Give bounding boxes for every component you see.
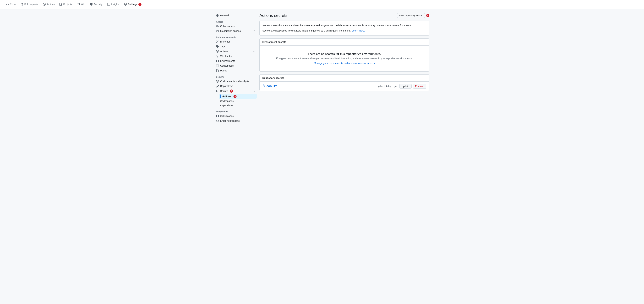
main-container: General Access Collaborators Moderation … [212, 9, 432, 127]
sidebar-codespaces-label: Codespaces [220, 64, 234, 67]
repository-secrets-section: Repository secrets COOKIES Updated 4 day… [260, 74, 429, 91]
actions-sidebar-icon [216, 50, 219, 53]
remove-secret-button[interactable]: Remove [413, 84, 426, 89]
projects-icon [60, 3, 62, 6]
sidebar-item-webhooks[interactable]: Webhooks [215, 54, 257, 59]
environment-secrets-empty-state: There are no secrets for this repository… [260, 46, 429, 71]
sidebar-secrets-actions-label: Actions [222, 95, 231, 98]
sidebar-item-collaborators[interactable]: Collaborators [215, 24, 257, 29]
sidebar-secrets-codespaces-label: Codespaces [220, 100, 234, 102]
gear-icon [124, 3, 127, 6]
sidebar-code-security-label: Code security and analysis [220, 80, 249, 83]
environment-secrets-section: Environment secrets There are no secrets… [260, 38, 429, 72]
sidebar-item-email-notifications[interactable]: Email notifications [215, 118, 257, 123]
insights-icon [107, 3, 110, 6]
tab-pull-requests[interactable]: Pull requests [18, 0, 40, 9]
code-icon [6, 3, 9, 6]
secret-updated: Updated 4 days ago [376, 85, 396, 87]
content-header: Actions secrets New repository secret 4 [260, 13, 429, 18]
branches-icon [216, 40, 219, 43]
code-security-icon [216, 80, 219, 83]
chevron-down-icon [252, 30, 255, 32]
sidebar-email-notifications-label: Email notifications [220, 119, 240, 122]
tab-projects[interactable]: Projects [58, 0, 74, 9]
tab-actions[interactable]: Actions [41, 0, 57, 9]
page-title: Actions secrets [260, 13, 288, 18]
sidebar-item-secrets[interactable]: Secrets 2 [215, 88, 257, 94]
sidebar-branches-label: Branches [220, 40, 230, 43]
settings-badge: 1 [138, 3, 142, 6]
webhook-icon [216, 55, 219, 58]
sidebar-item-deploy-keys[interactable]: Deploy keys [215, 84, 257, 88]
sidebar-item-github-apps[interactable]: GitHub apps [215, 114, 257, 118]
secret-name: COOKIES [262, 85, 376, 88]
secret-cookies-name: COOKIES [266, 85, 277, 87]
sidebar-item-secrets-codespaces[interactable]: Codespaces [219, 99, 257, 103]
sidebar-moderation-label: Moderation options [220, 30, 241, 32]
tab-code[interactable]: Code [4, 0, 18, 9]
people-icon [216, 25, 219, 28]
sidebar-collaborators-label: Collaborators [220, 25, 234, 28]
sidebar-item-pages[interactable]: Pages [215, 68, 257, 73]
sidebar-secrets-label: Secrets [220, 90, 228, 92]
sidebar-environments-label: Environments [220, 60, 235, 62]
sidebar-section-security: Security [216, 76, 255, 78]
sidebar-item-environments[interactable]: Environments [215, 59, 257, 63]
tab-security[interactable]: Security [88, 0, 104, 9]
sidebar-secrets-actions-badge: 3 [234, 95, 236, 98]
sidebar-pages-label: Pages [220, 69, 227, 72]
sidebar-tags-label: Tags [220, 45, 226, 48]
sidebar-item-code-security[interactable]: Code security and analysis [215, 79, 257, 84]
secret-row-cookies: COOKIES Updated 4 days ago Update Remove [260, 82, 429, 91]
header-right: New repository secret 4 [397, 13, 429, 18]
update-secret-button[interactable]: Update [399, 84, 412, 89]
tab-wiki[interactable]: Wiki [75, 0, 87, 9]
sidebar-actions-label: Actions [220, 50, 228, 53]
empty-state-title: There are no secrets for this repository… [262, 53, 426, 56]
top-navigation: Code Pull requests Actions Projects [0, 0, 644, 9]
tab-insights[interactable]: Insights [105, 0, 121, 9]
repository-secrets-header: Repository secrets [260, 75, 429, 82]
sidebar-item-actions[interactable]: Actions [215, 49, 257, 54]
lock-icon [262, 85, 265, 88]
manage-environments-link[interactable]: Manage your environments and add environ… [314, 62, 375, 65]
new-repository-secret-button[interactable]: New repository secret [397, 13, 425, 18]
github-apps-icon [216, 115, 219, 117]
codespaces-icon [216, 64, 219, 67]
moderation-icon [216, 30, 219, 32]
learn-more-link[interactable]: Learn more. [352, 29, 365, 32]
description-line1: Secrets are environment variables that a… [262, 24, 426, 27]
sidebar-item-moderation[interactable]: Moderation options [215, 29, 257, 33]
key-icon [216, 85, 219, 87]
sidebar-general-label: General [220, 14, 229, 17]
main-content: Actions secrets New repository secret 4 … [260, 13, 429, 123]
email-icon [216, 119, 219, 122]
sidebar-section-integrations: Integrations [216, 110, 255, 113]
environment-secrets-header: Environment secrets [260, 39, 429, 46]
sidebar-item-codespaces[interactable]: Codespaces [215, 63, 257, 68]
sidebar-deploy-keys-label: Deploy keys [220, 85, 233, 87]
tag-icon [216, 45, 219, 48]
security-icon [90, 3, 93, 6]
empty-state-desc: Encrypted environment secrets allow you … [262, 57, 426, 60]
secret-actions: Update Remove [399, 84, 426, 89]
sidebar-item-branches[interactable]: Branches [215, 39, 257, 44]
chevron-down-icon-2 [252, 50, 255, 53]
sidebar-item-general[interactable]: General [215, 13, 257, 18]
new-secret-badge: 4 [426, 14, 429, 17]
chevron-up-icon [252, 90, 255, 92]
tab-settings[interactable]: Settings 1 [122, 0, 144, 9]
sidebar-webhooks-label: Webhooks [220, 55, 232, 58]
active-bar [220, 94, 220, 98]
sidebar-secrets-dependabot-label: Dependabot [220, 104, 233, 107]
sidebar-section-code-automation: Code and automation [216, 36, 255, 39]
description-line2: Secrets are not passed to workflows that… [262, 29, 426, 33]
secrets-icon [216, 90, 219, 92]
sidebar-item-tags[interactable]: Tags [215, 44, 257, 49]
sidebar-section-access: Access [216, 21, 255, 23]
secrets-sub-items: Actions 3 Codespaces Dependabot [219, 94, 257, 108]
sidebar-item-secrets-dependabot[interactable]: Dependabot [219, 103, 257, 108]
pages-icon [216, 69, 219, 72]
sidebar-item-secrets-actions[interactable]: Actions 3 [219, 94, 257, 99]
sidebar-github-apps-label: GitHub apps [220, 115, 234, 117]
